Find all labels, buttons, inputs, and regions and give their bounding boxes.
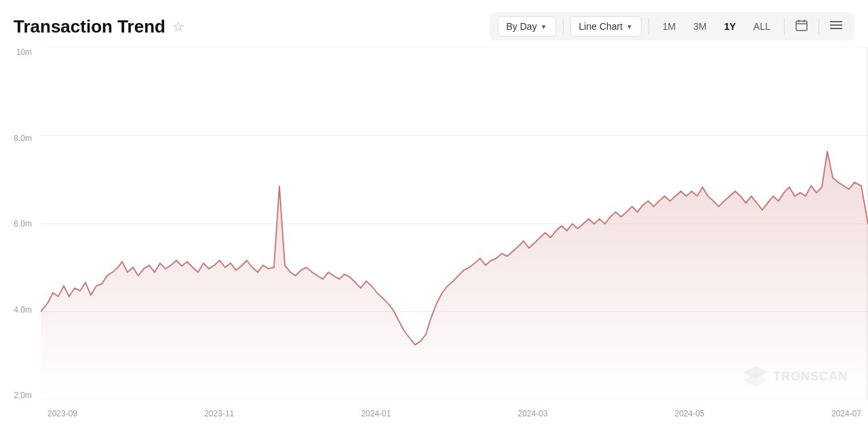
- title-area: Transaction Trend ☆: [14, 16, 184, 37]
- y-label-4m: 4.0m: [0, 305, 32, 315]
- chart-controls: By Day ▼ Line Chart ▼ 1M 3M 1Y ALL: [490, 12, 854, 41]
- tronscan-logo-icon: [743, 366, 768, 387]
- favorite-star-icon[interactable]: ☆: [172, 18, 184, 35]
- time-1m-button[interactable]: 1M: [656, 17, 682, 36]
- chart-svg-container: [41, 47, 868, 400]
- separator-1: [563, 18, 564, 35]
- x-label-2024-07: 2024-07: [831, 409, 861, 418]
- hamburger-icon: [830, 20, 842, 30]
- svg-marker-14: [743, 374, 768, 387]
- chevron-down-icon: ▼: [540, 23, 547, 31]
- time-all-button[interactable]: ALL: [747, 17, 777, 36]
- y-label-6m: 6.0m: [0, 219, 32, 229]
- x-label-2024-01: 2024-01: [361, 409, 391, 418]
- separator-3: [784, 18, 785, 35]
- time-1y-button[interactable]: 1Y: [717, 17, 743, 36]
- x-label-2024-05: 2024-05: [675, 409, 705, 418]
- line-chart-svg: [41, 47, 868, 400]
- x-label-2023-09: 2023-09: [47, 409, 77, 418]
- tronscan-brand-name: TRONSCAN: [773, 370, 848, 384]
- separator-4: [818, 18, 819, 35]
- tronscan-branding: TRONSCAN: [743, 366, 848, 387]
- separator-2: [648, 18, 649, 35]
- chart-area: 10m 8.0m 6.0m 4.0m 2.0m: [0, 47, 868, 427]
- x-label-2024-03: 2024-03: [518, 409, 548, 418]
- menu-button[interactable]: [826, 18, 846, 35]
- calendar-icon: [795, 19, 808, 31]
- x-label-2023-11: 2023-11: [204, 409, 234, 418]
- calendar-button[interactable]: [791, 16, 812, 37]
- time-3m-button[interactable]: 3M: [687, 17, 713, 36]
- grouping-dropdown[interactable]: By Day ▼: [498, 16, 556, 37]
- y-label-10m: 10m: [0, 47, 32, 57]
- chart-type-dropdown[interactable]: Line Chart ▼: [570, 16, 642, 37]
- svg-rect-0: [796, 21, 807, 31]
- x-axis-labels: 2023-09 2023-11 2024-01 2024-03 2024-05 …: [41, 400, 868, 427]
- page-header: Transaction Trend ☆ By Day ▼ Line Chart …: [0, 0, 868, 47]
- y-label-8m: 8.0m: [0, 134, 32, 143]
- y-axis-labels: 10m 8.0m 6.0m 4.0m 2.0m: [0, 47, 37, 400]
- page-title: Transaction Trend: [14, 16, 165, 37]
- y-label-2m: 2.0m: [0, 391, 32, 400]
- chevron-down-icon-2: ▼: [626, 23, 633, 31]
